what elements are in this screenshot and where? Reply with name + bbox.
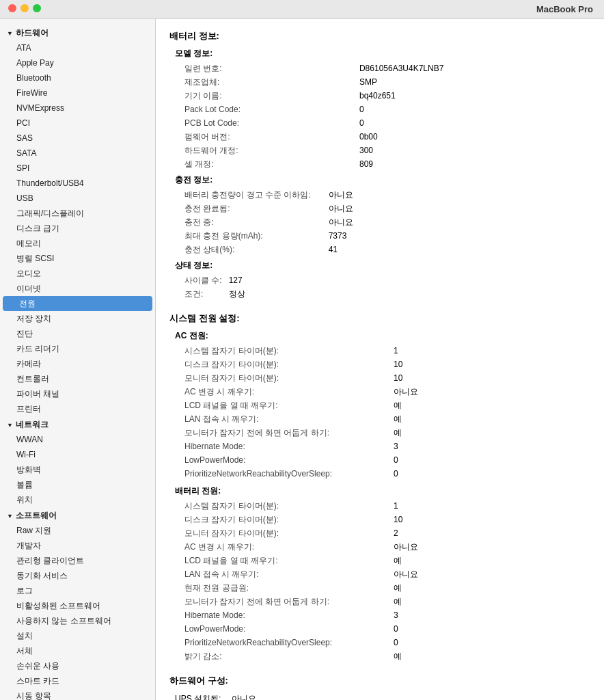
sidebar-item-startup-items[interactable]: 시동 항목: [0, 688, 155, 700]
bat-hibernate-value: 3: [339, 609, 418, 621]
hardware-rev-value: 300: [359, 144, 597, 157]
sidebar-item-spi[interactable]: SPI: [0, 161, 155, 176]
close-button[interactable]: [8, 4, 16, 12]
ac-disk-sleep-value: 10: [339, 358, 418, 371]
sidebar-item-sync-services[interactable]: 동기화 서비스: [0, 568, 155, 583]
sidebar-item-card-reader[interactable]: 카드 리더기: [0, 341, 155, 356]
table-row: LAN 접속 시 깨우기: 아니요: [184, 568, 418, 580]
pcb-lot-label: PCB Lot Code:: [184, 117, 358, 129]
ac-sys-sleep-label: 시스템 잠자기 타이머(분):: [184, 345, 338, 357]
model-info-table: 일련 번호: D861056A3U4K7LNB7 제조업체: SMP 기기 이름…: [183, 61, 599, 172]
sidebar-item-fiber-channel[interactable]: 파이버 채널: [0, 386, 155, 401]
max-capacity-value: 7373: [318, 230, 353, 242]
sidebar-item-thunderbolt[interactable]: Thunderbolt/USB4: [0, 176, 155, 191]
table-row: 시스템 잠자기 타이머(분): 1: [184, 500, 418, 512]
hardware-config-title: 하드웨어 구성:: [169, 675, 590, 687]
sidebar-item-storage[interactable]: 저장 장치: [0, 311, 155, 326]
ac-prioritize-label: PrioritizeNetworkReachabilityOverSleep:: [184, 468, 338, 480]
max-capacity-label: 최대 충전 용량(mAh):: [184, 230, 316, 242]
hardware-section-label: 하드웨어: [16, 27, 49, 39]
table-row: PCB Lot Code: 0: [184, 117, 597, 129]
table-row: 디스크 잠자기 타이머(분): 10: [184, 513, 418, 526]
sidebar-item-ata[interactable]: ATA: [0, 40, 155, 55]
sidebar-item-memory[interactable]: 메모리: [0, 236, 155, 251]
pcb-lot-value: 0: [359, 117, 597, 129]
sidebar-item-disk-fan[interactable]: 디스크 급기: [0, 221, 155, 236]
table-row: PrioritizeNetworkReachabilityOverSleep: …: [184, 636, 418, 649]
bat-wake-lan-value: 아니요: [339, 568, 418, 580]
sidebar-item-graphics[interactable]: 그래픽/디스플레이: [0, 206, 155, 221]
bat-wake-ac-label: AC 변경 시 깨우기:: [184, 541, 338, 553]
table-row: LCD 패널을 열 때 깨우기: 예: [184, 399, 418, 412]
sidebar-item-developer[interactable]: 개발자: [0, 538, 155, 553]
sidebar-item-diagnostics[interactable]: 진단: [0, 326, 155, 341]
firmware-label: 펌웨어 버전:: [184, 131, 358, 143]
condition-value: 정상: [229, 288, 245, 300]
maximize-button[interactable]: [33, 4, 41, 12]
status-info-table: 사이클 수: 127 조건: 정상: [183, 273, 247, 301]
sidebar-item-bluetooth[interactable]: Bluetooth: [0, 70, 155, 85]
sidebar-item-accessibility[interactable]: 손쉬운 사용: [0, 658, 155, 673]
battery-power-label: 배터리 전원:: [175, 485, 590, 497]
sidebar-item-firewire[interactable]: FireWire: [0, 85, 155, 100]
ac-lowpower-label: LowPowerMode:: [184, 454, 338, 466]
sidebar-item-sata[interactable]: SATA: [0, 146, 155, 161]
sidebar-item-camera[interactable]: 카메라: [0, 356, 155, 371]
battery-info-title: 배터리 정보:: [169, 30, 590, 42]
ac-prioritize-value: 0: [339, 468, 418, 480]
sidebar-item-managed-client[interactable]: 관리형 클라이언트: [0, 553, 155, 568]
ac-power-table: 시스템 잠자기 타이머(분): 1 디스크 잠자기 타이머(분): 10 모니터…: [183, 343, 420, 481]
sidebar-item-audio[interactable]: 오디오: [0, 266, 155, 281]
sidebar-item-usb[interactable]: USB: [0, 191, 155, 206]
sidebar-item-disabled-sw[interactable]: 비활성화된 소프트웨어: [0, 598, 155, 613]
sidebar-item-smart-card[interactable]: 스마트 카드: [0, 673, 155, 688]
battery-power-table: 시스템 잠자기 타이머(분): 1 디스크 잠자기 타이머(분): 10 모니터…: [183, 498, 420, 664]
table-row: 펌웨어 버전: 0b00: [184, 131, 597, 143]
ac-sys-sleep-value: 1: [339, 345, 418, 357]
sidebar-item-ethernet[interactable]: 이더넷: [0, 281, 155, 296]
sidebar-item-unused-sw[interactable]: 사용하지 않는 소프트웨어: [0, 613, 155, 628]
sidebar-item-pci[interactable]: PCI: [0, 116, 155, 131]
sidebar-section-hardware[interactable]: ▼ 하드웨어: [0, 25, 155, 40]
system-power-title: 시스템 전원 설정:: [169, 312, 590, 325]
sidebar-item-wwan[interactable]: WWAN: [0, 432, 155, 447]
serial-value: D861056A3U4K7LNB7: [359, 62, 597, 75]
sidebar-item-power[interactable]: 전원: [3, 296, 152, 311]
sidebar-item-sas[interactable]: SAS: [0, 131, 155, 146]
charge-state-label: 충전 상태(%):: [184, 243, 316, 256]
sidebar-item-install[interactable]: 설치: [0, 628, 155, 643]
ac-wake-lcd-value: 예: [339, 399, 418, 412]
manufacturer-label: 제조업체:: [184, 76, 358, 88]
sidebar-item-volume[interactable]: 볼륨: [0, 477, 155, 492]
sidebar-item-controller[interactable]: 컨트롤러: [0, 371, 155, 386]
ups-label: UPS 설치됨:: [175, 694, 229, 700]
bat-hibernate-label: Hibernate Mode:: [184, 609, 338, 621]
table-row: 모니터가 잠자기 전에 화면 어둡게 하기: 예: [184, 595, 418, 608]
sidebar-section-network[interactable]: ▼ 네트워크: [0, 416, 155, 432]
ups-row: UPS 설치됨: 아니요: [169, 692, 590, 700]
condition-label: 조건:: [184, 288, 228, 300]
sidebar-item-location[interactable]: 위치: [0, 492, 155, 507]
table-row: 최대 충전 용량(mAh): 7373: [184, 230, 353, 242]
pack-lot-label: Pack Lot Code:: [184, 103, 358, 116]
sidebar-section-software[interactable]: ▼ 소프트웨어: [0, 507, 155, 523]
sidebar-item-printer[interactable]: 프린터: [0, 401, 155, 416]
ac-dim-label: 모니터가 잠자기 전에 화면 어둡게 하기:: [184, 427, 338, 439]
sidebar-item-firewall[interactable]: 방화벽: [0, 462, 155, 477]
sidebar-item-raw[interactable]: Raw 지원: [0, 523, 155, 538]
minimize-button[interactable]: [20, 4, 29, 12]
bat-monitor-sleep-label: 모니터 잠자기 타이머(분):: [184, 527, 338, 539]
charge-warn-value: 아니요: [318, 189, 353, 201]
sidebar-item-wifi[interactable]: Wi-Fi: [0, 447, 155, 462]
ac-hibernate-label: Hibernate Mode:: [184, 440, 338, 453]
cycle-count-label: 사이클 수:: [184, 274, 228, 286]
software-section-label: 소프트웨어: [16, 510, 57, 522]
table-row: 시스템 잠자기 타이머(분): 1: [184, 345, 418, 357]
sidebar-item-nvmexpress[interactable]: NVMExpress: [0, 100, 155, 116]
sidebar-item-applepay[interactable]: Apple Pay: [0, 55, 155, 70]
sidebar-item-log[interactable]: 로그: [0, 583, 155, 598]
charging-value: 아니요: [318, 216, 353, 228]
sidebar-item-fonts[interactable]: 서체: [0, 643, 155, 658]
table-row: 제조업체: SMP: [184, 76, 597, 88]
sidebar-item-parallel-scsi[interactable]: 병렬 SCSI: [0, 251, 155, 266]
